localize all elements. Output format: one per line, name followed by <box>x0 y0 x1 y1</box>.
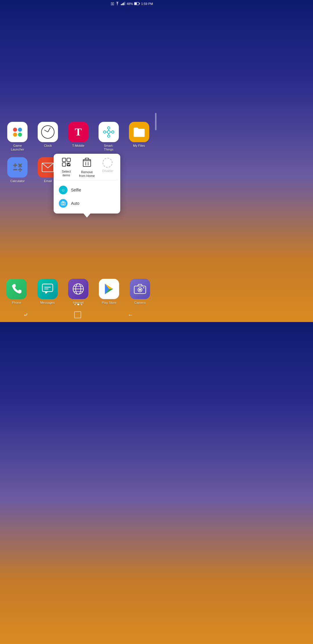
dock: Phone Messages <box>0 276 156 307</box>
camera-icon <box>130 279 150 299</box>
internet-icon <box>68 279 88 299</box>
app-messages[interactable]: Messages <box>34 279 61 305</box>
messages-label: Messages <box>40 301 55 305</box>
status-bar: 🄽 48% 1:59 PM <box>0 0 156 7</box>
svg-point-10 <box>112 131 114 133</box>
calculator-label: Calculator <box>10 179 25 183</box>
page-indicator <box>74 304 82 305</box>
game-launcher-icon <box>7 122 28 142</box>
disable-dashed-circle <box>103 158 112 168</box>
page-dot-3 <box>81 304 82 305</box>
app-game-launcher[interactable]: GameLauncher <box>4 122 31 151</box>
svg-rect-17 <box>134 129 145 137</box>
wifi-icon <box>115 2 120 6</box>
remove-from-home-button[interactable]: Removefrom Home <box>77 158 97 178</box>
myfiles-label: My Files <box>133 144 145 148</box>
page-dot-1 <box>74 304 76 305</box>
selfie-label: Selfie <box>71 188 81 192</box>
playstore-label: Play Store <box>102 301 117 305</box>
time: 1:59 PM <box>141 2 153 6</box>
email-label: Email <box>44 179 52 183</box>
context-submenu: ☺ Selfie Auto <box>56 180 118 210</box>
svg-rect-27 <box>85 158 89 160</box>
status-icons: 🄽 48% 1:59 PM <box>111 2 153 6</box>
svg-rect-30 <box>42 284 53 292</box>
tmobile-label: T-Mobile <box>72 144 84 148</box>
app-playstore[interactable]: Play Store <box>96 279 122 305</box>
auto-label: Auto <box>71 201 79 206</box>
phone-label: Phone <box>12 301 21 305</box>
svg-point-29 <box>62 203 64 205</box>
nfc-icon: 🄽 <box>111 2 114 6</box>
svg-marker-31 <box>45 292 48 294</box>
camera-label: Camera <box>134 301 145 305</box>
app-myfiles[interactable]: My Files <box>126 122 152 148</box>
svg-rect-20 <box>67 158 70 162</box>
clock-label: Clock <box>44 144 52 148</box>
calculator-icon: ➕✖️ ➖➗ <box>7 157 28 178</box>
playstore-icon <box>99 279 119 299</box>
svg-point-46 <box>143 287 144 288</box>
tmobile-icon: T <box>68 122 88 142</box>
selfie-icon: ☺ <box>59 186 68 194</box>
auto-icon <box>59 199 68 208</box>
app-calculator[interactable]: ➕✖️ ➖➗ Calculator <box>4 157 31 183</box>
back-button[interactable]: ← <box>128 312 133 318</box>
svg-point-45 <box>139 289 141 291</box>
nav-bar: ⤶ ← <box>0 307 156 322</box>
battery-icon <box>134 2 140 6</box>
svg-rect-7 <box>139 3 140 4</box>
context-menu-actions: Selectitems Removefrom Home <box>56 158 118 180</box>
home-area: GameLauncher Clock T T-Mobile <box>0 9 156 322</box>
messages-icon <box>37 279 58 299</box>
svg-point-11 <box>103 131 106 133</box>
svg-point-9 <box>108 127 110 129</box>
app-phone[interactable]: Phone <box>3 279 30 305</box>
context-menu: Selectitems Removefrom Home <box>54 154 120 214</box>
disable-button[interactable]: Disable <box>98 158 117 178</box>
select-items-button[interactable]: Selectitems <box>57 158 76 178</box>
page-dot-2 <box>77 304 79 305</box>
disable-label: Disable <box>102 169 113 173</box>
disable-icon <box>103 158 112 168</box>
svg-point-0 <box>117 5 118 6</box>
svg-rect-6 <box>134 3 137 5</box>
select-items-icon <box>62 158 71 168</box>
svg-rect-1 <box>121 4 122 5</box>
app-tmobile[interactable]: T T-Mobile <box>65 122 92 148</box>
battery-percent: 48% <box>127 2 133 6</box>
remove-from-home-label: Removefrom Home <box>79 170 95 178</box>
phone-icon <box>6 279 27 299</box>
svg-rect-4 <box>124 2 125 5</box>
smartthings-icon <box>99 122 119 142</box>
signal-icon <box>121 2 125 6</box>
app-internet[interactable]: Internet <box>65 279 92 305</box>
svg-rect-19 <box>62 158 66 162</box>
auto-option[interactable]: Auto <box>56 197 118 210</box>
svg-rect-21 <box>62 163 66 166</box>
app-camera[interactable]: Camera <box>127 279 153 305</box>
app-smartthings[interactable]: Smart-Things <box>95 122 122 151</box>
clock-icon <box>38 122 58 142</box>
popup-tail <box>83 214 90 218</box>
game-launcher-label: GameLauncher <box>11 144 24 151</box>
home-button[interactable] <box>74 311 81 318</box>
select-items-label: Selectitems <box>62 170 71 177</box>
myfiles-icon <box>129 122 149 142</box>
svg-point-8 <box>107 131 110 133</box>
app-row-1: GameLauncher Clock T T-Mobile <box>0 119 156 154</box>
smartthings-label: Smart-Things <box>104 144 113 151</box>
svg-rect-2 <box>122 3 123 6</box>
svg-rect-3 <box>123 3 124 5</box>
remove-icon <box>83 158 91 169</box>
app-clock[interactable]: Clock <box>34 122 61 148</box>
selfie-option[interactable]: ☺ Selfie <box>56 183 118 197</box>
svg-point-12 <box>108 135 110 137</box>
recents-button[interactable]: ⤶ <box>23 311 28 318</box>
